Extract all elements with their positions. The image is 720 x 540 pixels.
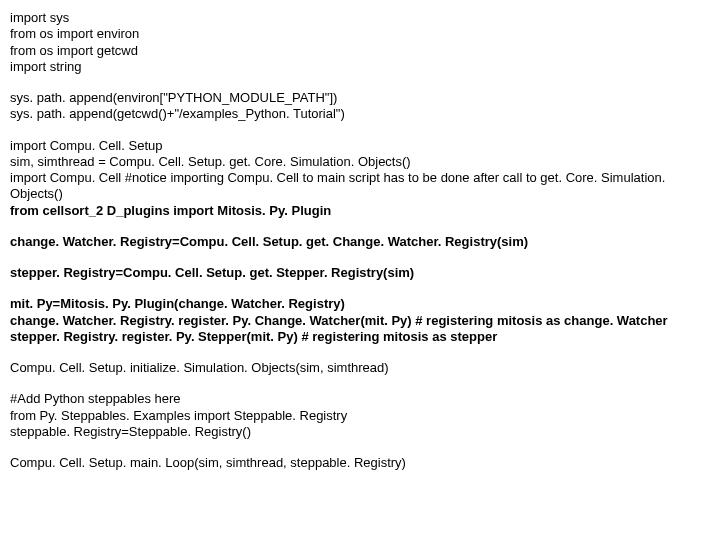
code-line [10, 219, 710, 234]
code-line: sim, simthread = Compu. Cell. Setup. get… [10, 154, 710, 170]
code-line [10, 345, 710, 360]
code-line [10, 123, 710, 138]
code-line: import string [10, 59, 710, 75]
code-line: Compu. Cell. Setup. initialize. Simulati… [10, 360, 710, 376]
code-line: import sys [10, 10, 710, 26]
code-block: import sysfrom os import environfrom os … [10, 10, 710, 471]
code-line: stepper. Registry. register. Py. Stepper… [10, 329, 710, 345]
code-line: import Compu. Cell. Setup [10, 138, 710, 154]
code-line [10, 75, 710, 90]
code-line: sys. path. append(getcwd()+"/examples_Py… [10, 106, 710, 122]
code-line: sys. path. append(environ["PYTHON_MODULE… [10, 90, 710, 106]
code-line: import Compu. Cell #notice importing Com… [10, 170, 710, 203]
code-line [10, 250, 710, 265]
code-line: change. Watcher. Registry. register. Py.… [10, 313, 710, 329]
code-line: from os import environ [10, 26, 710, 42]
code-line: stepper. Registry=Compu. Cell. Setup. ge… [10, 265, 710, 281]
code-line: from cellsort_2 D_plugins import Mitosis… [10, 203, 710, 219]
code-line: from os import getcwd [10, 43, 710, 59]
code-line: change. Watcher. Registry=Compu. Cell. S… [10, 234, 710, 250]
code-line [10, 281, 710, 296]
code-line: mit. Py=Mitosis. Py. Plugin(change. Watc… [10, 296, 710, 312]
code-line: steppable. Registry=Steppable. Registry(… [10, 424, 710, 440]
code-line [10, 376, 710, 391]
code-line: #Add Python steppables here [10, 391, 710, 407]
code-line: Compu. Cell. Setup. main. Loop(sim, simt… [10, 455, 710, 471]
code-line [10, 440, 710, 455]
code-line: from Py. Steppables. Examples import Ste… [10, 408, 710, 424]
